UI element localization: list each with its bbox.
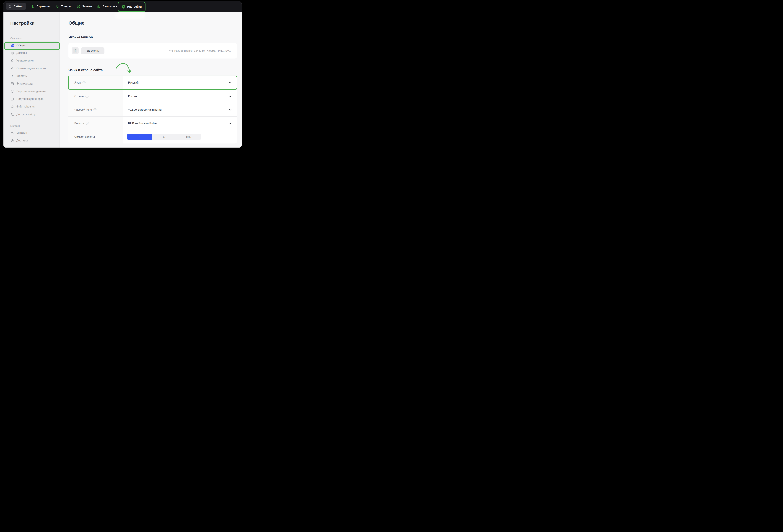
gear-icon xyxy=(122,5,125,9)
segment-r-dot[interactable]: р. xyxy=(152,134,176,140)
sidebar-title: Настройки xyxy=(10,21,60,26)
sidebar-item-label: Подтверждение прав xyxy=(17,97,43,101)
row-label: Символ валюты xyxy=(68,130,123,143)
target-check-icon xyxy=(77,5,80,8)
favicon-preview[interactable]: f xyxy=(71,47,79,54)
robot-icon xyxy=(10,105,14,108)
segmented-control: ₽ р. руб. xyxy=(127,134,201,140)
annotation-glow xyxy=(115,12,146,19)
row-label: Страна ? xyxy=(68,90,123,103)
sidebar-item-speed[interactable]: Оптимизация скорости xyxy=(4,64,59,72)
font-icon: ƒ xyxy=(10,74,14,78)
sidebar-item-personal-data[interactable]: Персональные данные xyxy=(4,88,59,95)
nav-item-leads[interactable]: Заявки xyxy=(77,5,92,8)
settings-sidebar: Настройки Основные Общие xyxy=(3,11,60,147)
row-label: Часовой пояс ? xyxy=(68,103,123,117)
globe-icon xyxy=(10,51,14,55)
sidebar-item-shop[interactable]: Магазин xyxy=(4,129,59,137)
sidebar-item-fonts[interactable]: ƒ Шрифты xyxy=(4,72,59,80)
pages-icon xyxy=(31,5,35,8)
nav-item-products[interactable]: Товары xyxy=(56,5,71,8)
sidebar-item-label: Файл robots.txt xyxy=(17,105,35,108)
sidebar-item-label: Домены xyxy=(17,51,27,55)
chevron-down-icon xyxy=(229,109,231,111)
setting-row-currency: Валюта ? RUB — Russian Ruble xyxy=(68,117,237,130)
row-label: Валюта ? xyxy=(68,117,123,130)
sidebar-item-domains[interactable]: Домены xyxy=(4,49,59,57)
shield-icon xyxy=(10,90,14,93)
setting-row-language: Язык ? Русский xyxy=(68,76,237,89)
sidebar-item-label: Магазин xyxy=(17,131,27,135)
favicon-section-heading: Иконка favicon xyxy=(68,35,237,39)
help-icon[interactable]: ? xyxy=(86,122,89,125)
row-label-text: Язык xyxy=(74,81,81,84)
sidebar-item-label: Доступ к сайту xyxy=(17,113,35,116)
sidebar-section-main: Основные xyxy=(10,37,60,40)
sidebar-item-delivery[interactable]: Доставка xyxy=(4,137,59,144)
sidebar-section-shop: Магазин xyxy=(10,124,60,127)
help-icon[interactable]: ? xyxy=(86,95,89,98)
favicon-card: f Загрузить Размер иконки: 32×3 xyxy=(68,43,237,59)
currency-symbol-control: ₽ р. руб. xyxy=(123,130,237,143)
sidebar-item-label: Общие xyxy=(17,44,26,47)
annotation-box-settings: Настройки xyxy=(118,2,146,12)
setting-row-country: Страна ? Россия xyxy=(68,89,237,103)
favicon-letter: f xyxy=(74,49,76,53)
screenshot-stage: Сайты Страницы xyxy=(0,0,246,155)
sidebar-item-label: Уведомления xyxy=(17,59,33,62)
segment-rub-dot[interactable]: руб. xyxy=(176,134,201,140)
home-icon xyxy=(8,5,11,8)
language-dropdown[interactable]: Русский xyxy=(123,76,237,89)
people-icon xyxy=(10,113,14,116)
chevron-down-icon xyxy=(229,123,231,124)
nav-item-settings[interactable]: Настройки xyxy=(122,5,142,9)
nav-label: Заявки xyxy=(82,5,92,8)
top-nav: Сайты Страницы xyxy=(3,1,242,11)
row-label-text: Часовой пояс xyxy=(74,108,92,111)
lightning-icon xyxy=(10,67,14,70)
sidebar-item-access[interactable]: Доступ к сайту xyxy=(4,110,59,118)
sidebar-item-label: Доставка xyxy=(17,139,28,142)
main-content: Общие Иконка favicon f Загрузить xyxy=(60,11,242,147)
tag-icon xyxy=(56,5,59,8)
nav-item-analytics[interactable]: Аналитика xyxy=(97,5,117,8)
help-icon[interactable]: ? xyxy=(93,108,96,111)
nav-item-pages[interactable]: Страницы xyxy=(31,5,51,8)
ruler-icon xyxy=(169,49,173,52)
currency-dropdown[interactable]: RUB — Russian Ruble xyxy=(123,117,237,130)
row-label-text: Символ валюты xyxy=(74,135,95,138)
country-dropdown[interactable]: Россия xyxy=(123,90,237,103)
package-icon xyxy=(10,139,14,142)
nav-label: Настройки xyxy=(127,5,142,8)
dropdown-value: +02:00 Europe/Kaliningrad xyxy=(128,108,162,111)
segment-ruble-sign[interactable]: ₽ xyxy=(127,134,152,140)
help-icon[interactable]: ? xyxy=(83,81,86,84)
shopping-bag-icon xyxy=(10,131,14,135)
favicon-hint-text: Размер иконки: 32×32 px | Формат: PNG, S… xyxy=(174,49,231,53)
chevron-down-icon xyxy=(229,82,231,84)
bar-chart-icon xyxy=(97,5,100,8)
timezone-dropdown[interactable]: +02:00 Europe/Kaliningrad xyxy=(123,103,237,117)
sidebar-item-robots[interactable]: Файл robots.txt xyxy=(4,103,59,110)
sidebar-item-rights[interactable]: Подтверждение прав xyxy=(4,95,59,103)
sidebar-item-code[interactable]: Вставка кода xyxy=(4,80,59,88)
upload-button[interactable]: Загрузить xyxy=(81,47,104,54)
sidebar-item-notifications[interactable]: Уведомления xyxy=(4,57,59,64)
sidebar-item-label: Шрифты xyxy=(17,74,27,77)
code-icon xyxy=(10,82,14,86)
sidebar-item-general[interactable]: Общие xyxy=(4,41,59,49)
sidebar-item-label: Оптимизация скорости xyxy=(17,67,46,70)
nav-label: Аналитика xyxy=(102,5,117,8)
dropdown-value: Русский xyxy=(128,81,138,84)
chevron-down-icon xyxy=(229,96,231,97)
language-section-heading: Язык и страна сайта xyxy=(68,68,237,72)
dropdown-value: Россия xyxy=(128,95,137,98)
setting-row-currency-symbol: Символ валюты ₽ р. руб. xyxy=(68,130,237,143)
favicon-hint: Размер иконки: 32×32 px | Формат: PNG, S… xyxy=(169,49,231,53)
app-window: Сайты Страницы xyxy=(3,1,242,147)
nav-label: Сайты xyxy=(13,5,23,8)
nav-label: Товары xyxy=(61,5,71,8)
nav-item-sites[interactable]: Сайты xyxy=(6,3,26,10)
language-settings-card: Язык ? Русский xyxy=(68,76,237,143)
row-label: Язык ? xyxy=(68,76,123,89)
